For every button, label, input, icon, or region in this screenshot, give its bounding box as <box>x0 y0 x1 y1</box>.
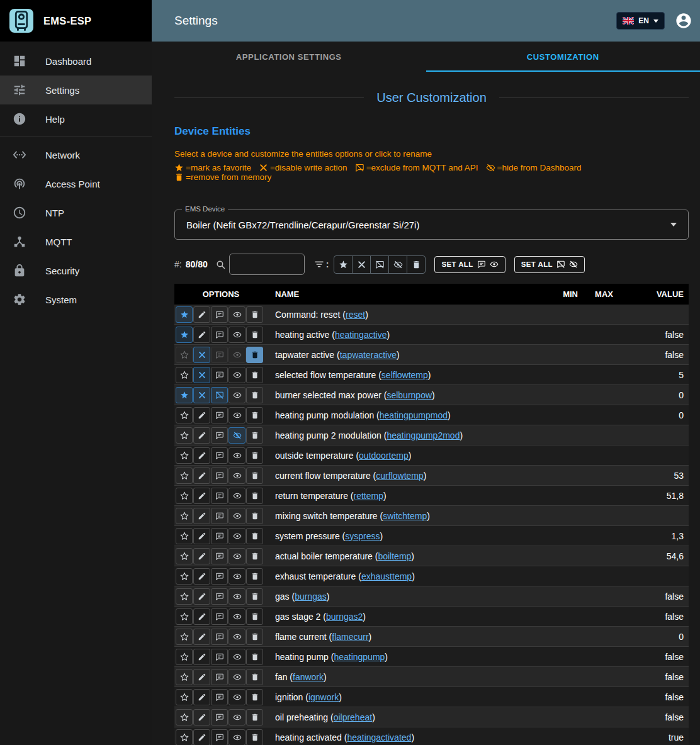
tab-customization[interactable]: CUSTOMIZATION <box>426 42 700 72</box>
dashboard-visibility-toggle[interactable] <box>229 588 246 605</box>
sidebar-item-dashboard[interactable]: Dashboard <box>0 47 152 76</box>
mqtt-exclude-toggle[interactable] <box>211 306 228 323</box>
sidebar-item-mqtt[interactable]: MQTT <box>0 227 152 256</box>
write-action-toggle[interactable] <box>193 367 210 383</box>
write-action-toggle[interactable] <box>193 306 210 323</box>
filter-write-disabled-toggle[interactable] <box>352 255 371 274</box>
remove-memory-toggle[interactable] <box>246 468 263 484</box>
mqtt-exclude-toggle[interactable] <box>211 689 228 705</box>
write-action-toggle[interactable] <box>193 729 210 745</box>
favorite-toggle[interactable] <box>176 306 193 323</box>
dashboard-visibility-toggle[interactable] <box>229 407 246 423</box>
mqtt-exclude-toggle[interactable] <box>211 387 228 403</box>
entity-shortname-link[interactable]: heatingactive <box>335 330 387 340</box>
filter-hidden-toggle[interactable] <box>388 255 407 274</box>
favorite-toggle[interactable] <box>176 729 193 745</box>
favorite-toggle[interactable] <box>176 709 193 725</box>
remove-memory-toggle[interactable] <box>246 568 263 585</box>
entity-shortname-link[interactable]: fanwork <box>293 672 324 682</box>
mqtt-exclude-toggle[interactable] <box>211 588 228 605</box>
dashboard-visibility-toggle[interactable] <box>229 548 246 564</box>
favorite-toggle[interactable] <box>176 608 193 625</box>
entity-shortname-link[interactable]: ignwork <box>308 692 339 702</box>
dashboard-visibility-toggle[interactable] <box>229 568 246 585</box>
favorite-toggle[interactable] <box>176 528 193 544</box>
entity-shortname-link[interactable]: burngas2 <box>326 612 363 622</box>
favorite-toggle[interactable] <box>176 488 193 504</box>
write-action-toggle[interactable] <box>193 669 210 685</box>
favorite-toggle[interactable] <box>176 367 193 383</box>
remove-memory-toggle[interactable] <box>246 608 263 625</box>
remove-memory-toggle[interactable] <box>246 729 263 745</box>
mqtt-exclude-toggle[interactable] <box>211 629 228 645</box>
remove-memory-toggle[interactable] <box>246 548 263 564</box>
mqtt-exclude-toggle[interactable] <box>211 367 228 383</box>
dashboard-visibility-toggle[interactable] <box>229 528 246 544</box>
dashboard-visibility-toggle[interactable] <box>229 347 246 363</box>
remove-memory-toggle[interactable] <box>246 347 263 363</box>
remove-memory-toggle[interactable] <box>246 649 263 665</box>
write-action-toggle[interactable] <box>193 347 210 363</box>
dashboard-visibility-toggle[interactable] <box>229 649 246 665</box>
write-action-toggle[interactable] <box>193 387 210 403</box>
remove-memory-toggle[interactable] <box>246 427 263 444</box>
favorite-toggle[interactable] <box>176 629 193 645</box>
ems-device-select[interactable]: EMS Device Boiler (Nefit GBx72/Trendline… <box>174 210 689 240</box>
sidebar-item-ntp[interactable]: NTP <box>0 198 152 227</box>
entity-shortname-link[interactable]: selburnpow <box>387 390 432 400</box>
dashboard-visibility-toggle[interactable] <box>229 327 246 343</box>
mqtt-exclude-toggle[interactable] <box>211 729 228 745</box>
entity-shortname-link[interactable]: flamecurr <box>332 632 368 642</box>
filter-mqtt-excluded-toggle[interactable] <box>370 255 389 274</box>
entity-shortname-link[interactable]: boiltemp <box>378 551 411 561</box>
favorite-toggle[interactable] <box>176 347 193 363</box>
mqtt-exclude-toggle[interactable] <box>211 709 228 725</box>
entity-shortname-link[interactable]: tapwateractive <box>340 350 397 360</box>
write-action-toggle[interactable] <box>193 427 210 444</box>
mqtt-exclude-toggle[interactable] <box>211 407 228 423</box>
entity-shortname-link[interactable]: heatingpump <box>334 652 385 662</box>
remove-memory-toggle[interactable] <box>246 327 263 343</box>
favorite-toggle[interactable] <box>176 588 193 605</box>
remove-memory-toggle[interactable] <box>246 528 263 544</box>
mqtt-exclude-toggle[interactable] <box>211 649 228 665</box>
mqtt-exclude-toggle[interactable] <box>211 327 228 343</box>
favorite-toggle[interactable] <box>176 427 193 444</box>
sidebar-item-help[interactable]: Help <box>0 104 152 133</box>
dashboard-visibility-toggle[interactable] <box>229 468 246 484</box>
remove-memory-toggle[interactable] <box>246 306 263 323</box>
write-action-toggle[interactable] <box>193 468 210 484</box>
write-action-toggle[interactable] <box>193 629 210 645</box>
entity-shortname-link[interactable]: heatingpump2mod <box>387 430 460 440</box>
mqtt-exclude-toggle[interactable] <box>211 608 228 625</box>
write-action-toggle[interactable] <box>193 689 210 705</box>
favorite-toggle[interactable] <box>176 649 193 665</box>
write-action-toggle[interactable] <box>193 508 210 524</box>
mqtt-exclude-toggle[interactable] <box>211 508 228 524</box>
remove-memory-toggle[interactable] <box>246 488 263 504</box>
dashboard-visibility-toggle[interactable] <box>229 669 246 685</box>
mqtt-exclude-toggle[interactable] <box>211 447 228 464</box>
entity-shortname-link[interactable]: heatingactivated <box>347 732 411 742</box>
entity-shortname-link[interactable]: heatingpumpmod <box>380 410 448 420</box>
filter-removed-toggle[interactable] <box>407 255 426 274</box>
entity-shortname-link[interactable]: switchtemp <box>383 511 427 521</box>
mqtt-exclude-toggle[interactable] <box>211 568 228 585</box>
favorite-toggle[interactable] <box>176 508 193 524</box>
write-action-toggle[interactable] <box>193 407 210 423</box>
tab-application-settings[interactable]: APPLICATION SETTINGS <box>152 42 426 72</box>
dashboard-visibility-toggle[interactable] <box>229 608 246 625</box>
dashboard-visibility-toggle[interactable] <box>229 367 246 383</box>
write-action-toggle[interactable] <box>193 528 210 544</box>
entity-shortname-link[interactable]: oilpreheat <box>334 712 373 722</box>
remove-memory-toggle[interactable] <box>246 508 263 524</box>
remove-memory-toggle[interactable] <box>246 387 263 403</box>
mqtt-exclude-toggle[interactable] <box>211 427 228 444</box>
favorite-toggle[interactable] <box>176 568 193 585</box>
remove-memory-toggle[interactable] <box>246 367 263 383</box>
dashboard-visibility-toggle[interactable] <box>229 488 246 504</box>
entity-shortname-link[interactable]: burngas <box>295 591 327 602</box>
sidebar-item-security[interactable]: Security <box>0 256 152 285</box>
remove-memory-toggle[interactable] <box>246 689 263 705</box>
dashboard-visibility-toggle[interactable] <box>229 427 246 444</box>
